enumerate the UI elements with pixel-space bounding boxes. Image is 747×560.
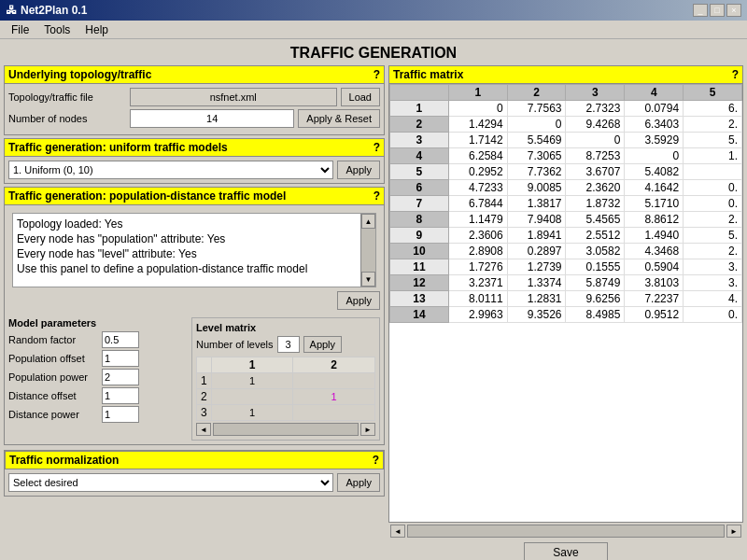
matrix-cell: 5.4082 xyxy=(625,164,684,180)
matrix-cell: 2. xyxy=(684,212,742,228)
matrix-cell: 1.4294 xyxy=(448,117,507,133)
matrix-cell: 0.2952 xyxy=(448,164,507,180)
matrix-help[interactable]: ? xyxy=(732,68,739,81)
num-nodes-input[interactable] xyxy=(130,109,294,128)
apply-reset-button[interactable]: Apply & Reset xyxy=(298,109,380,128)
pop-offset-input[interactable] xyxy=(102,350,139,367)
matrix-cell: 4.3468 xyxy=(625,244,684,259)
table-row: 102.89080.28973.05824.34682. xyxy=(390,244,742,259)
matrix-row-header: 7 xyxy=(390,196,449,212)
level-scroll-right[interactable]: ► xyxy=(360,423,375,436)
pop-power-input[interactable] xyxy=(102,369,139,385)
pop-offset-row: Population offset xyxy=(8,350,188,367)
table-row: 46.25847.30658.725301. xyxy=(390,148,742,164)
topology-header: Underlying topology/traffic ? xyxy=(4,65,385,84)
matrix-scroll-left[interactable]: ◄ xyxy=(390,525,405,538)
menu-help[interactable]: Help xyxy=(78,21,116,38)
matrix-cell: 5.8749 xyxy=(566,275,625,291)
random-factor-input[interactable] xyxy=(102,331,139,348)
matrix-row-header: 12 xyxy=(390,275,449,291)
pop-dist-help[interactable]: ? xyxy=(374,189,380,203)
level-2-1-input[interactable] xyxy=(216,391,289,402)
norm-help[interactable]: ? xyxy=(373,454,379,467)
matrix-cell: 3. xyxy=(684,275,742,291)
pop-power-row: Population power xyxy=(8,369,188,385)
norm-apply-button[interactable]: Apply xyxy=(337,473,380,492)
level-row-3-label: 3 xyxy=(197,405,212,421)
random-factor-row: Random factor xyxy=(8,331,188,348)
table-row: 92.36061.89412.55121.49405. xyxy=(390,228,742,244)
pop-apply-button[interactable]: Apply xyxy=(337,291,380,310)
menu-file[interactable]: File xyxy=(4,21,36,38)
matrix-cell: 8.4985 xyxy=(566,307,625,323)
level-matrix: Level matrix Number of levels Apply 1 xyxy=(191,317,380,441)
matrix-cell: 2. xyxy=(684,117,742,133)
level-header: Number of levels Apply xyxy=(196,336,375,353)
status-line-3: Every node has "level" attribute: Yes xyxy=(17,247,372,260)
maximize-btn[interactable]: □ xyxy=(710,4,725,17)
pop-dist-header: Traffic generation: population-distance … xyxy=(4,187,385,205)
matrix-cell: 0. xyxy=(684,180,742,196)
menu-tools[interactable]: Tools xyxy=(36,21,78,38)
matrix-cell: 0. xyxy=(684,196,742,212)
matrix-cell: 2.9963 xyxy=(448,307,507,323)
matrix-corner xyxy=(390,85,449,101)
pop-dist-header-label: Traffic generation: population-distance … xyxy=(8,189,286,203)
matrix-row-header: 8 xyxy=(390,212,449,228)
matrix-cell: 2.3620 xyxy=(566,180,625,196)
uniform-help[interactable]: ? xyxy=(374,141,380,154)
topology-body: Topology/traffic file Load Number of nod… xyxy=(4,84,385,135)
level-2-2-input[interactable] xyxy=(297,391,371,402)
topology-file-input[interactable] xyxy=(130,88,337,106)
matrix-cell: 5.4565 xyxy=(566,212,625,228)
scroll-down-btn[interactable]: ▼ xyxy=(361,272,375,287)
matrix-cell: 1.3374 xyxy=(507,275,566,291)
matrix-cell: 6.7844 xyxy=(448,196,507,212)
pop-dist-status: Topology loaded: Yes Every node has "pop… xyxy=(12,213,376,287)
table-row: 81.14797.94085.45658.86122. xyxy=(390,212,742,228)
level-1-2-input[interactable] xyxy=(297,375,371,386)
matrix-scroll-right[interactable]: ► xyxy=(726,525,741,538)
matrix-cell: 5.5469 xyxy=(507,133,566,148)
scroll-up-btn[interactable]: ▲ xyxy=(361,214,375,229)
level-3-1-input[interactable] xyxy=(216,407,289,418)
level-col-header-0 xyxy=(197,357,212,373)
dist-power-input[interactable] xyxy=(102,406,139,423)
num-levels-input[interactable] xyxy=(277,336,300,353)
level-scroll: ◄ ► xyxy=(196,423,375,436)
matrix-scroll-track xyxy=(407,525,725,538)
matrix-table: 1 2 3 4 5 107.75632.73230.07946.21.42940… xyxy=(389,84,742,323)
load-button[interactable]: Load xyxy=(341,88,380,106)
level-row-1-label: 1 xyxy=(197,373,212,389)
matrix-cell: 3. xyxy=(684,259,742,275)
level-table: 1 2 1 2 xyxy=(196,357,375,421)
minimize-btn[interactable]: _ xyxy=(693,4,708,17)
matrix-cell: 1.4940 xyxy=(625,228,684,244)
topology-help[interactable]: ? xyxy=(374,68,380,81)
dist-offset-row: Distance offset xyxy=(8,387,188,404)
close-btn[interactable]: × xyxy=(726,4,741,17)
table-row: 31.71425.546903.59295. xyxy=(390,133,742,148)
level-3-2-input[interactable] xyxy=(297,407,371,418)
norm-select[interactable]: Select desired xyxy=(8,473,333,492)
status-line-4: Use this panel to define a population-di… xyxy=(17,262,372,275)
topology-file-label: Topology/traffic file xyxy=(8,91,130,103)
level-1-1-input[interactable] xyxy=(216,375,289,386)
level-scroll-left[interactable]: ◄ xyxy=(196,423,211,436)
matrix-cell: 8.0111 xyxy=(448,291,507,307)
level-apply-button[interactable]: Apply xyxy=(303,336,343,353)
matrix-cell: 2.3606 xyxy=(448,228,507,244)
level-scroll-track xyxy=(213,423,359,436)
matrix-row-header: 13 xyxy=(390,291,449,307)
uniform-row: 1. Uniform (0, 10) Apply xyxy=(8,161,380,179)
matrix-cell: 0.5904 xyxy=(625,259,684,275)
uniform-apply-button[interactable]: Apply xyxy=(337,161,380,179)
uniform-select[interactable]: 1. Uniform (0, 10) xyxy=(8,161,333,179)
table-row: 142.99639.35268.49850.95120. xyxy=(390,307,742,323)
save-button[interactable]: Save xyxy=(524,542,607,560)
num-nodes-row: Number of nodes Apply & Reset xyxy=(8,109,380,128)
model-params-label: Model parameters xyxy=(8,317,188,329)
topology-header-label: Underlying topology/traffic xyxy=(8,68,151,81)
dist-power-row: Distance power xyxy=(8,406,188,423)
dist-offset-input[interactable] xyxy=(102,387,139,404)
